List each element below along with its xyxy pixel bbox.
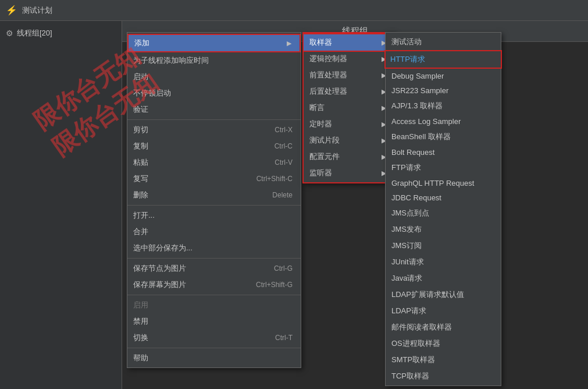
menu-item-add-response-time[interactable]: 为子线程添加响应时间 [127,52,301,69]
label: 验证 [133,104,148,115]
menu-item-access-log-sampler[interactable]: Access Log Sampler [386,114,501,129]
label: 保存节点为图片 [133,263,186,274]
menu-item-save-node-img[interactable]: 保存节点为图片 Ctrl-G [127,260,301,277]
menu-item-pre-processor[interactable]: 前置处理器 ▶ [304,67,394,83]
label: 为子线程添加响应时间 [133,55,209,66]
menu-item-sampler[interactable]: 取样器 ▶ [302,33,395,52]
menu-item-junit-request[interactable]: JUnit请求 [386,254,501,270]
menu-item-save-screen-img[interactable]: 保存屏幕为图片 Ctrl+Shift-G [127,277,301,293]
separator [127,295,301,295]
shortcut: Ctrl+Shift-G [256,281,293,289]
separator [127,205,301,206]
menu-item-help[interactable]: 帮助 [127,350,301,366]
label: 后置处理器 [309,86,347,97]
menu-item-jsr223-sampler[interactable]: JSR223 Sampler [386,83,501,98]
label: JMS订阅 [391,241,422,251]
menu-item-post-processor[interactable]: 后置处理器 ▶ [304,83,394,100]
label: 取样器 [309,37,332,48]
label: JDBC Request [391,193,441,202]
menu-item-bolt-request[interactable]: Bolt Request [386,145,501,160]
shortcut: Ctrl-T [275,334,293,342]
label: 禁用 [133,316,148,327]
menu-item-jms-p2p[interactable]: JMS点到点 [386,205,501,221]
context-menu-level3: 测试活动 HTTP请求 Debug Sampler JSR223 Sampler… [385,32,501,386]
menu-item-cut[interactable]: 剪切 Ctrl-X [127,122,301,138]
menu-item-ftp-request[interactable]: FTP请求 [386,160,501,176]
menu-item-toggle[interactable]: 切换 Ctrl-T [127,330,301,346]
shortcut: Ctrl+Shift-C [256,175,293,183]
menu-item-duplicate[interactable]: 复写 Ctrl+Shift-C [127,171,301,187]
menu-item-os-process[interactable]: OS进程取样器 [386,335,501,352]
label: 不停顿启动 [133,88,171,98]
shortcut: Ctrl-C [275,142,293,150]
menu-item-mail-reader[interactable]: 邮件阅读者取样器 [386,319,501,335]
label: JSR223 Sampler [391,86,448,95]
menu-item-paste[interactable]: 粘贴 Ctrl-V [127,154,301,171]
menu-item-smtp[interactable]: SMTP取样器 [386,352,501,368]
menu-item-assertion[interactable]: 断言 ▶ [304,100,394,116]
menu-item-open[interactable]: 打开... [127,207,301,224]
menu-item-add-label: 添加 [134,38,149,48]
menu-item-disable[interactable]: 禁用 [127,313,301,330]
context-menu-level2: 取样器 ▶ 逻辑控制器 ▶ 前置处理器 ▶ 后置处理器 ▶ 断言 ▶ 定时器 ▶… [302,32,395,183]
menu-item-validate[interactable]: 验证 [127,101,301,118]
label: TCP取样器 [391,371,429,381]
menu-item-start-no-pause[interactable]: 不停顿启动 [127,85,301,101]
label: 逻辑控制器 [309,54,347,64]
menu-item-graphql-http[interactable]: GraphQL HTTP Request [386,176,501,190]
label: 删除 [133,190,148,200]
menu-item-enable[interactable]: 启用 [127,297,301,313]
menu-item-test-action[interactable]: 测试活动 [386,34,501,50]
menu-item-start[interactable]: 启动 [127,69,301,85]
menu-item-add[interactable]: 添加 ▶ [127,34,301,52]
label: 合并 [133,227,148,237]
label: 选中部分保存为... [133,243,193,253]
label: 测试片段 [309,135,340,146]
label: 配置元件 [309,151,340,162]
shortcut: Ctrl-V [275,158,293,167]
label: LDAP扩展请求默认值 [391,289,464,300]
label: JMS点到点 [391,208,429,218]
menu-item-test-fragment[interactable]: 测试片段 ▶ [304,132,394,148]
separator [127,348,301,348]
menu-item-ldap-request[interactable]: LDAP请求 [386,303,501,319]
menu-item-delete[interactable]: 删除 Delete [127,187,301,203]
label: Access Log Sampler [391,117,461,126]
label: 粘贴 [133,157,148,168]
menu-item-tcp[interactable]: TCP取样器 [386,368,501,384]
label: FTP请求 [391,162,421,173]
label: SMTP取样器 [391,355,435,365]
label: 监听器 [309,168,332,178]
menu-item-listener[interactable]: 监听器 ▶ [304,165,394,181]
menu-item-http-request[interactable]: HTTP请求 [384,50,502,69]
menu-item-jms-subscribe[interactable]: JMS订阅 [386,238,501,254]
menu-item-logic-controller[interactable]: 逻辑控制器 ▶ [304,51,394,67]
menu-item-save-selection[interactable]: 选中部分保存为... [127,240,301,256]
label: GraphQL HTTP Request [391,179,474,188]
label: 复写 [133,174,148,184]
label: 邮件阅读者取样器 [391,322,452,333]
submenu-arrow: ▶ [287,40,291,47]
menu-item-java-request[interactable]: Java请求 [386,270,501,287]
menu-item-timer[interactable]: 定时器 ▶ [304,116,394,132]
menu-item-jdbc-request[interactable]: JDBC Request [386,190,501,205]
menu-item-copy[interactable]: 复制 Ctrl-C [127,138,301,154]
label: AJP/1.3 取样器 [391,101,443,111]
label: 打开... [133,210,155,221]
menu-item-ldap-ext[interactable]: LDAP扩展请求默认值 [386,287,501,303]
label: 启用 [133,300,148,310]
menu-item-beanshell-sampler[interactable]: BeanShell 取样器 [386,129,501,145]
menu-item-debug-sampler[interactable]: Debug Sampler [386,69,501,83]
label: 切换 [133,333,148,343]
label: 保存屏幕为图片 [133,280,186,290]
label: Java请求 [391,273,422,284]
label: JUnit请求 [391,257,424,267]
menu-item-ajp13[interactable]: AJP/1.3 取样器 [386,98,501,114]
context-menu-level1: 添加 ▶ 为子线程添加响应时间 启动 不停顿启动 验证 剪切 Ctrl-X 复制… [127,32,301,368]
menu-item-jms-publish[interactable]: JMS发布 [386,221,501,238]
label: 剪切 [133,125,148,135]
label: 定时器 [309,119,332,129]
menu-item-merge[interactable]: 合并 [127,224,301,240]
menu-item-config-element[interactable]: 配置元件 ▶ [304,148,394,165]
label: HTTP请求 [390,54,425,65]
